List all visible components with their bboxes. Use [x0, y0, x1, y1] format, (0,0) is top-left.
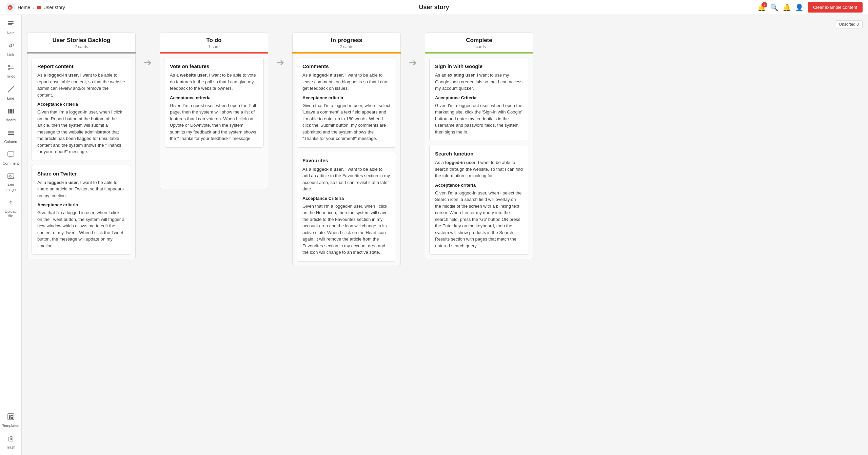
note-icon — [7, 20, 15, 29]
upload-file-icon — [7, 199, 15, 208]
column-title-inprogress: In progress — [298, 37, 395, 44]
search-icon: 🔍 — [770, 4, 778, 11]
card-desc: As a logged-in user, I want to be able t… — [37, 179, 125, 199]
card-complete-1[interactable]: Search functionAs a logged-in user, I wa… — [429, 145, 529, 255]
svg-rect-3 — [8, 23, 14, 24]
sidebar-item-upload-file[interactable]: Upload file — [1, 196, 20, 221]
card-criteria-title: Acceptance criteria — [435, 183, 523, 188]
column-title-backlog: User Stories Backlog — [33, 37, 130, 44]
card-backlog-1[interactable]: Share on TwitterAs a logged-in user, I w… — [32, 165, 131, 255]
notification-badge: 3 — [762, 2, 767, 7]
topbar-actions: 🔔 3 🔍 🔔 👤 Clear example content — [757, 2, 863, 13]
svg-rect-13 — [8, 131, 14, 132]
column-arrow: ➔ — [409, 33, 417, 68]
link-icon — [7, 42, 15, 51]
card-desc: As a logged-in user, I want to be able t… — [37, 72, 125, 98]
card-criteria-title: Acceptance Criteria — [435, 95, 523, 100]
svg-text:M: M — [9, 6, 12, 9]
notifications-button[interactable]: 🔔 3 — [757, 3, 766, 12]
user-profile-button[interactable]: 👤 — [795, 3, 804, 12]
sidebar-item-add-image-label: Add image — [3, 183, 18, 192]
trash-icon — [7, 435, 15, 444]
column-todo: To do1 cardVote on featuresAs a website … — [160, 33, 268, 189]
card-title: Comments — [302, 63, 391, 69]
column-arrow: ➔ — [276, 33, 284, 68]
sidebar-item-column[interactable]: Column — [1, 126, 20, 147]
card-criteria-title: Acceptance Criteria — [302, 196, 391, 201]
svg-rect-21 — [11, 415, 13, 416]
card-criteria-text: Give that I'm a logged in user, when I c… — [37, 209, 125, 249]
column-header-complete: Complete2 cards — [425, 33, 533, 52]
page-title: User story — [419, 4, 449, 11]
line-icon — [7, 86, 15, 95]
column-count-todo: 1 card — [165, 44, 262, 49]
clear-example-button[interactable]: Clear example content — [808, 2, 863, 13]
alert-icon: 🔔 — [783, 4, 791, 11]
sidebar-item-link[interactable]: Link — [1, 39, 20, 60]
svg-rect-22 — [11, 417, 13, 419]
column-body-complete: Sign in with GoogleAs an existing user, … — [425, 54, 533, 259]
svg-rect-4 — [8, 24, 12, 25]
card-inprogress-1[interactable]: FavouritesAs a logged-in user, I want to… — [297, 152, 396, 262]
sidebar-item-trash[interactable]: Trash — [1, 432, 20, 452]
add-image-icon — [7, 172, 15, 182]
sidebar-item-board[interactable]: Board — [1, 105, 20, 125]
card-desc: As a logged-in user, I want to be able t… — [435, 159, 523, 179]
card-title: Report content — [37, 63, 125, 69]
unsorted-button[interactable]: Unsorted 0 — [835, 20, 863, 28]
sidebar-item-column-label: Column — [4, 140, 17, 144]
sidebar-item-note-label: Note — [7, 31, 15, 35]
card-desc: As a logged-in user, I want to be able t… — [302, 72, 391, 92]
card-criteria-text: Given that I'm a logged-in user, when I … — [302, 102, 391, 142]
sidebar-item-comment[interactable]: Comment — [1, 148, 20, 168]
column-complete: Complete2 cardsSign in with GoogleAs an … — [425, 33, 533, 259]
column-arrow: ➔ — [144, 33, 152, 68]
sidebar-item-todo[interactable]: To-do — [1, 61, 20, 81]
card-complete-0[interactable]: Sign in with GoogleAs an existing user, … — [429, 58, 529, 141]
card-title: Share on Twitter — [37, 171, 125, 177]
alerts-button[interactable]: 🔔 — [783, 3, 791, 12]
search-button[interactable]: 🔍 — [770, 3, 778, 12]
sidebar-item-note[interactable]: Note — [1, 18, 20, 38]
column-inprogress: In progress2 cardsCommentsAs a logged-in… — [292, 33, 401, 266]
svg-point-18 — [9, 175, 11, 176]
card-desc: As a logged-in user, I want to be able t… — [302, 166, 391, 192]
svg-rect-19 — [8, 414, 14, 420]
user-icon: 👤 — [795, 4, 804, 11]
sidebar: Note Link To-do Line Board — [0, 15, 22, 455]
home-button[interactable]: M — [5, 3, 15, 12]
svg-rect-6 — [8, 68, 9, 69]
card-todo-0[interactable]: Vote on featuresAs a website user, I wan… — [164, 58, 264, 148]
card-criteria-title: Acceptance criteria — [37, 102, 125, 107]
breadcrumb-home[interactable]: Home — [18, 5, 30, 10]
sidebar-item-todo-label: To-do — [6, 74, 16, 79]
sidebar-item-templates-label: Templates — [2, 423, 19, 428]
card-title: Sign in with Google — [435, 63, 523, 69]
column-body-inprogress: CommentsAs a logged-in user, I want to b… — [292, 54, 401, 266]
sidebar-item-line-label: Line — [7, 96, 14, 101]
card-criteria-title: Acceptance criteria — [302, 95, 391, 100]
column-body-backlog: Report contentAs a logged-in user, I wan… — [27, 54, 136, 259]
sidebar-item-add-image[interactable]: Add image — [1, 170, 20, 194]
breadcrumb-separator: › — [33, 5, 35, 10]
column-title-complete: Complete — [431, 37, 528, 44]
column-header-todo: To do1 card — [160, 33, 268, 52]
column-header-inprogress: In progress2 cards — [292, 33, 401, 52]
svg-rect-10 — [8, 109, 9, 113]
card-title: Vote on features — [170, 63, 258, 69]
sidebar-item-templates[interactable]: Templates — [1, 410, 20, 431]
column-icon — [7, 129, 15, 138]
card-inprogress-0[interactable]: CommentsAs a logged-in user, I want to b… — [297, 58, 396, 148]
svg-rect-15 — [8, 134, 14, 135]
card-criteria-text: Given that I'm a logged-in user, when I … — [302, 203, 391, 256]
card-desc: As a website user, I want to be able to … — [170, 72, 258, 92]
card-backlog-0[interactable]: Report contentAs a logged-in user, I wan… — [32, 58, 131, 161]
sidebar-item-line[interactable]: Line — [1, 83, 20, 103]
card-criteria-text: Given I'm a logged out user, when I open… — [435, 102, 523, 136]
svg-rect-16 — [8, 152, 14, 156]
board-icon — [7, 107, 15, 117]
board-area: Unsorted 0 User Stories Backlog2 cardsRe… — [22, 15, 868, 455]
sidebar-item-board-label: Board — [6, 118, 16, 122]
breadcrumb: M Home › User story — [5, 3, 65, 12]
column-body-todo: Vote on featuresAs a website user, I wan… — [160, 54, 268, 189]
